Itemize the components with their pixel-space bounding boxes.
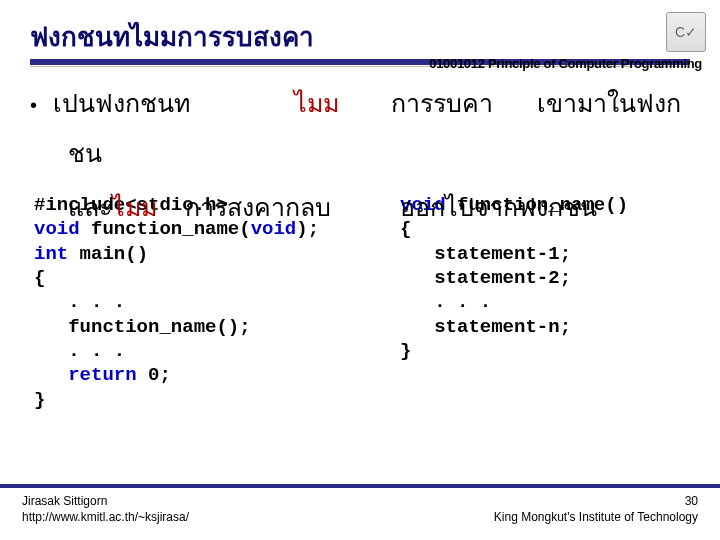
thai-overlap-right: ออกไปจากฟงกชน	[400, 187, 597, 227]
bullet-line-1: • เปนฟงกชนท ไมม การรบคา เขามาในฟงก	[30, 83, 690, 123]
text-seg: เขามาในฟงก	[537, 89, 681, 117]
text-seg: เปนฟงกชนท	[53, 89, 190, 117]
page-number: 30	[494, 494, 698, 510]
bullet-dot: •	[30, 95, 37, 115]
author-url: http://www.kmitl.ac.th/~ksjirasa/	[22, 510, 189, 526]
footer-right: 30 King Mongkut's Institute of Technolog…	[494, 494, 698, 525]
footer: Jirasak Sittigorn http://www.kmitl.ac.th…	[0, 484, 720, 538]
text-seg: และ	[68, 193, 112, 221]
content-area: • เปนฟงกชนท ไมม การรบคา เขามาในฟงก ชน แล…	[30, 83, 690, 437]
bullet-line-2: ชน	[68, 133, 690, 173]
thai-overlap-left: และไมม การสงคากลบ	[68, 187, 331, 227]
course-code: 01001012 Principle of Computer Programmi…	[429, 56, 702, 71]
text-seg: การรบคา	[391, 89, 493, 117]
institute-name: King Mongkut's Institute of Technology	[494, 510, 698, 526]
overlap-region: และไมม การสงคากลบ ออกไปจากฟงกชน #include…	[30, 187, 690, 437]
text-red: ไมม	[294, 89, 339, 117]
text-red: ไมม	[112, 193, 157, 221]
cpp-logo-icon: C✓	[666, 12, 706, 52]
text-seg: การสงคากลบ	[185, 193, 331, 221]
footer-left: Jirasak Sittigorn http://www.kmitl.ac.th…	[22, 494, 189, 525]
slide-title: ฟงกชนทไมมการรบสงคา	[30, 16, 690, 57]
author-name: Jirasak Sittigorn	[22, 494, 189, 510]
